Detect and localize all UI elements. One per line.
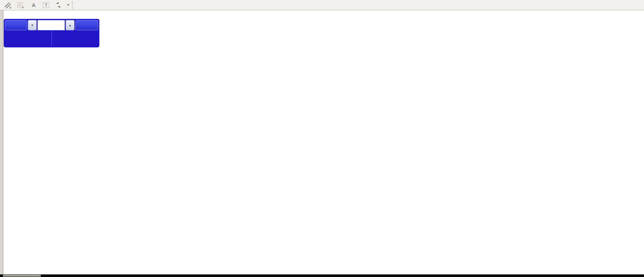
window-left-edge [0, 10, 3, 277]
buy-button[interactable] [75, 20, 98, 30]
fibonacci-icon[interactable]: F [16, 1, 27, 9]
text-label-icon[interactable]: A [28, 1, 39, 9]
sell-button[interactable] [5, 20, 27, 30]
symbol-ohlc-line [5, 13, 10, 19]
mt4-window: E F A T ▼ ▼ ▲ [0, 0, 644, 277]
window-bottom-edge [0, 274, 644, 277]
bottom-edge-segment [3, 275, 41, 277]
buy-price-display[interactable] [52, 31, 99, 46]
sell-price-display[interactable] [5, 31, 52, 46]
svg-text:T: T [45, 3, 47, 7]
equidistant-channel-icon[interactable]: E [3, 1, 14, 9]
toolbar: E F A T ▼ [0, 0, 644, 10]
svg-text:E: E [10, 6, 11, 9]
lot-increase-button[interactable]: ▲ [66, 20, 75, 30]
svg-text:F: F [22, 6, 24, 9]
toolbar-separator [72, 1, 75, 9]
text-box-icon[interactable]: T [41, 1, 52, 9]
arrows-icon[interactable] [53, 1, 65, 9]
lot-size-input[interactable] [37, 20, 65, 30]
lot-decrease-button[interactable]: ▼ [28, 20, 37, 30]
svg-text:A: A [32, 2, 36, 8]
dropdown-caret-icon[interactable]: ▼ [67, 3, 70, 7]
one-click-trade-panel: ▼ ▲ [4, 19, 99, 47]
